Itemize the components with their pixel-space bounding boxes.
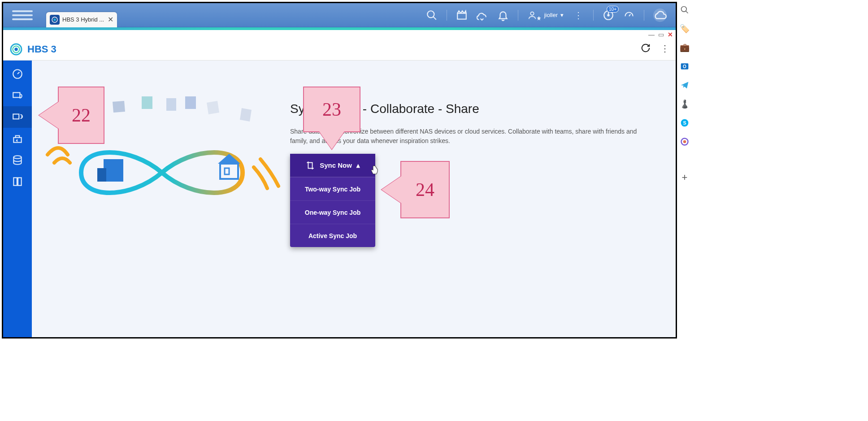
- callout-24: 24: [400, 161, 450, 218]
- svg-marker-6: [537, 16, 541, 21]
- svg-rect-20: [97, 168, 106, 182]
- sync-option-label: Two-way Sync Job: [305, 186, 360, 193]
- svg-rect-25: [308, 162, 312, 168]
- svg-point-33: [683, 140, 686, 143]
- svg-rect-24: [185, 96, 196, 109]
- os-outlook-icon[interactable]: O: [679, 61, 690, 72]
- tab-app-icon: [50, 15, 60, 25]
- sidebar-item-overview[interactable]: [3, 63, 32, 85]
- app-sidebar: [3, 61, 32, 337]
- chevron-up-icon: ▴: [356, 161, 360, 169]
- tab-title: HBS 3 Hybrid ...: [62, 16, 104, 23]
- username-label: jioller: [544, 12, 558, 18]
- more-icon[interactable]: ⋮: [660, 43, 669, 55]
- callout-label: 24: [416, 179, 434, 200]
- svg-rect-17: [13, 178, 17, 185]
- window-maximize-icon[interactable]: ▭: [658, 31, 664, 38]
- kebab-icon[interactable]: ⋮: [573, 9, 584, 21]
- sync-now-button[interactable]: Sync Now ▴: [290, 154, 375, 177]
- window-close-icon[interactable]: ✕: [668, 31, 673, 38]
- app-title: HBS 3: [27, 43, 56, 55]
- toolbar-right-group: jioller ▾ ⋮ 10+: [426, 9, 676, 22]
- sidebar-item-storage[interactable]: [3, 149, 32, 171]
- refresh-icon[interactable]: [641, 43, 651, 55]
- sidebar-item-sync[interactable]: [3, 106, 32, 128]
- os-add-icon[interactable]: +: [679, 172, 690, 183]
- cloud-icon[interactable]: [653, 9, 667, 22]
- toolbar-separator: [447, 10, 447, 21]
- sidebar-item-backup[interactable]: [3, 85, 32, 106]
- menu-hamburger-icon[interactable]: [12, 6, 33, 24]
- svg-rect-14: [13, 114, 19, 119]
- svg-line-27: [686, 11, 688, 13]
- clapper-icon[interactable]: [456, 9, 468, 21]
- gradient-accent-strip: [3, 27, 676, 30]
- system-toolbar: HBS 3 Hybrid ... ✕ jioller ▾: [3, 3, 676, 27]
- callout-22: 22: [58, 87, 104, 144]
- svg-point-26: [681, 7, 687, 12]
- callout-label: 23: [322, 99, 341, 120]
- window-controls: — ▭ ✕: [648, 31, 673, 38]
- os-tag-icon[interactable]: 🏷️: [679, 23, 690, 34]
- sync-now-label: Sync Now: [320, 161, 352, 169]
- toolbar-separator: [518, 10, 518, 21]
- gauge-icon[interactable]: [623, 9, 635, 21]
- callout-label: 22: [72, 104, 91, 126]
- tab-close-icon[interactable]: ✕: [108, 15, 113, 24]
- callout-23: 23: [303, 87, 360, 132]
- svg-rect-18: [18, 178, 22, 185]
- svg-point-2: [427, 11, 434, 17]
- sidebar-item-restore[interactable]: [3, 128, 32, 149]
- cloud-sync-icon[interactable]: [477, 9, 488, 21]
- svg-point-11: [14, 48, 18, 51]
- os-skype-icon[interactable]: S: [679, 117, 690, 128]
- search-icon[interactable]: [426, 9, 438, 21]
- svg-rect-22: [225, 168, 229, 174]
- os-copilot-icon[interactable]: [679, 136, 690, 147]
- app-logo-icon: [9, 43, 23, 56]
- sync-option-two-way[interactable]: Two-way Sync Job: [290, 177, 375, 200]
- os-telegram-icon[interactable]: [679, 80, 690, 91]
- chevron-down-icon: ▾: [560, 12, 564, 18]
- toolbar-separator: [593, 10, 594, 21]
- os-search-icon[interactable]: [679, 4, 690, 15]
- svg-point-5: [530, 12, 534, 15]
- svg-rect-4: [457, 13, 466, 19]
- toolbar-separator: [644, 10, 644, 21]
- svg-point-16: [13, 156, 21, 159]
- svg-point-1: [53, 18, 56, 21]
- sync-dropdown-menu: Sync Now ▴ Two-way Sync Job One-way Sync…: [290, 154, 375, 247]
- dashboard-icon[interactable]: 10+: [603, 9, 614, 21]
- os-right-sidebar: 🏷️ 💼 O ♟️ S +: [677, 4, 692, 183]
- os-briefcase-icon[interactable]: 💼: [679, 42, 690, 53]
- notification-badge: 10+: [607, 6, 619, 13]
- sidebar-item-logs[interactable]: [3, 171, 32, 192]
- bell-icon[interactable]: [497, 9, 509, 21]
- sync-option-one-way[interactable]: One-way Sync Job: [290, 200, 375, 224]
- os-chess-icon[interactable]: ♟️: [679, 99, 690, 109]
- svg-text:O: O: [683, 64, 686, 69]
- svg-text:S: S: [683, 120, 686, 126]
- sync-option-active[interactable]: Active Sync Job: [290, 224, 375, 247]
- svg-rect-13: [13, 93, 20, 98]
- app-header: HBS 3 ⋮: [3, 38, 676, 61]
- svg-rect-19: [104, 159, 123, 182]
- svg-rect-23: [166, 98, 176, 111]
- app-window-frame: HBS 3 Hybrid ... ✕ jioller ▾: [2, 2, 677, 339]
- open-tab[interactable]: HBS 3 Hybrid ... ✕: [46, 12, 117, 27]
- window-minimize-icon[interactable]: —: [648, 31, 655, 38]
- sync-doc-icon: [305, 161, 315, 170]
- svg-point-8: [608, 14, 609, 16]
- user-menu[interactable]: jioller ▾: [527, 9, 564, 21]
- sync-option-label: One-way Sync Job: [305, 209, 360, 216]
- svg-line-3: [433, 17, 436, 20]
- sync-option-label: Active Sync Job: [308, 232, 357, 239]
